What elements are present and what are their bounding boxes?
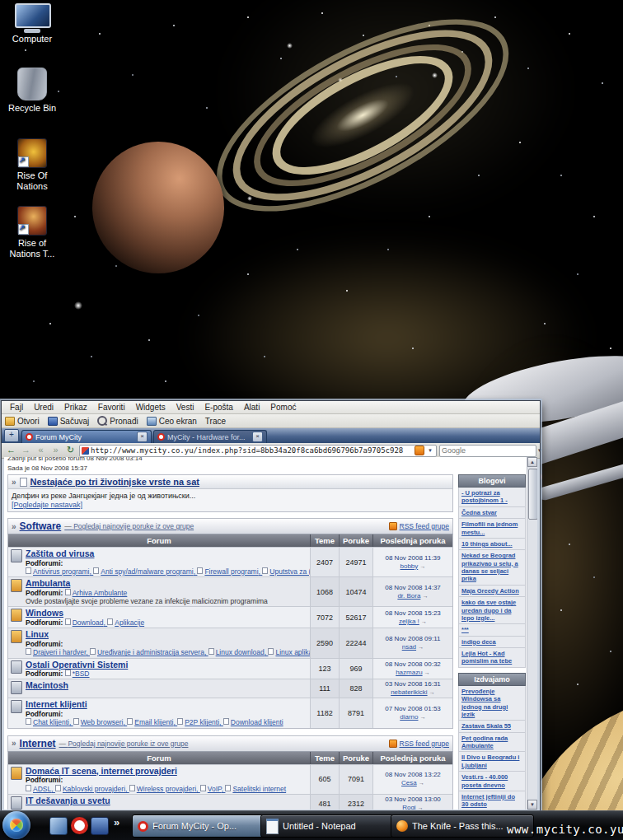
rss-feed-link[interactable]: RSS feed grupe (400, 740, 449, 748)
blog-link[interactable]: Maja Greedy Action (458, 586, 526, 597)
blog-link[interactable]: kako da sve ostaje uredan dugo i da lepo… (458, 597, 526, 624)
page-scrollbar[interactable]: ▲ ▼ (527, 457, 537, 810)
subforum-link[interactable]: Aplikacije (107, 618, 144, 627)
goto-post-icon[interactable]: → (429, 689, 435, 695)
reload-button[interactable]: ↻ (64, 445, 77, 456)
forum-link[interactable]: Macintosh (26, 680, 68, 690)
blog-link[interactable]: indigo deca (458, 637, 526, 648)
toolbar-trace-button[interactable]: Trace (205, 417, 226, 426)
last-post-user-link[interactable]: Cesa (401, 779, 417, 786)
blog-link[interactable]: *** (458, 624, 526, 636)
blog-link[interactable]: Lejla Hot - Kad pomislim na tebe (458, 648, 526, 668)
forum-link[interactable]: Ambulanta (26, 578, 70, 588)
featured-link[interactable]: Vesti.rs - 40.000 poseta dnevno (458, 772, 526, 791)
last-post-user-link[interactable]: diarno (400, 713, 418, 721)
desktop-icon-computer[interactable]: Computer (3, 3, 61, 44)
featured-link[interactable]: Internet jeftiniji do 30 odsto (458, 791, 526, 810)
subforum-link[interactable]: ADSL (26, 785, 55, 793)
desktop-icon-rise-of-nations[interactable]: Rise Of Nations (3, 138, 61, 192)
last-post-user-link[interactable]: zeljka ! (399, 618, 419, 625)
forum-link[interactable]: Linux (26, 629, 49, 639)
toolbar-save-button[interactable]: Sačuvaj (48, 417, 90, 426)
last-post-user-link[interactable]: dr. Bora (397, 592, 420, 600)
section-title-link[interactable]: Internet (20, 738, 56, 749)
fast-forward-button[interactable]: » (49, 445, 62, 456)
search-input[interactable] (442, 446, 538, 455)
tab-forum-mycity[interactable]: Forum MyCity × (21, 430, 152, 443)
url-dropdown-icon[interactable]: ▾ (426, 447, 434, 454)
subforum-link[interactable]: *BSD (65, 670, 90, 678)
news-title-link[interactable]: Nestajaće po tri životinjske vrste na sa… (30, 477, 199, 487)
toolbar-find-button[interactable]: Pronađi (97, 416, 138, 426)
blog-link[interactable]: Čedna stvar (458, 507, 526, 519)
blog-link[interactable]: Nekad se Beograd prikazivao u selu, a da… (458, 550, 526, 586)
goto-post-icon[interactable]: → (424, 670, 430, 675)
new-tab-button[interactable]: + (4, 429, 19, 442)
subforum-link[interactable]: Anti spy/ad/malware programi (93, 567, 197, 576)
tab-close-icon[interactable]: × (137, 432, 148, 442)
taskbar-button-opera[interactable]: Forum MyCity - Op... (132, 814, 265, 838)
subforum-link[interactable]: Antivirus programi (26, 567, 93, 576)
last-post-user-link[interactable]: nebaterikicki (391, 688, 427, 696)
view-latest-link[interactable]: Pogledaj najnovije poruke iz ove grupe (64, 522, 194, 530)
section-title-link[interactable]: Software (20, 520, 62, 532)
menu-eposta[interactable]: E-pošta (199, 403, 237, 412)
url-input[interactable] (91, 446, 413, 455)
blog-link[interactable]: - U potrazi za postojbinom 1 - (458, 488, 526, 507)
tab-close-icon[interactable]: × (252, 432, 263, 442)
goto-post-icon[interactable]: → (423, 593, 429, 599)
subforum-link[interactable]: Kablovski provajderi (55, 785, 129, 793)
news-more-link[interactable]: [Pogledajte nastavak] (12, 501, 82, 509)
forum-link[interactable]: Domaća IT scena, internet provajderi (26, 766, 177, 776)
toolbar-open-button[interactable]: Otvori (5, 417, 40, 426)
featured-link[interactable]: Zastava Skala 55 (458, 721, 526, 732)
featured-link[interactable]: Il Divo u Beogradu i Ljubljani (458, 752, 526, 772)
back-button[interactable]: ← (5, 445, 17, 456)
subforum-link[interactable]: Download (65, 618, 108, 627)
quicklaunch-desktop-icon[interactable] (49, 817, 68, 835)
blog-link[interactable]: 10 things about... (458, 539, 526, 550)
menu-widgets[interactable]: Widgets (131, 403, 171, 412)
rewind-button[interactable]: « (35, 445, 47, 456)
scrollbar-thumb[interactable] (528, 469, 537, 520)
subforum-link[interactable]: Uređivanje i administracija servera (90, 648, 208, 656)
last-post-user-link[interactable]: Rogi (402, 804, 415, 810)
rss-icon[interactable] (415, 446, 424, 455)
goto-post-icon[interactable]: → (420, 563, 426, 569)
last-post-user-link[interactable]: nsad (402, 643, 416, 651)
goto-post-icon[interactable]: → (420, 714, 426, 720)
goto-post-icon[interactable]: → (421, 618, 427, 624)
subforum-link[interactable]: Wireless provajderi (129, 785, 200, 793)
subforum-link[interactable]: Firewall programi (197, 567, 262, 576)
forum-link[interactable]: Internet klijenti (26, 699, 87, 709)
subforum-link[interactable]: Linux download (208, 648, 269, 656)
menu-prikaz[interactable]: Prikaz (59, 403, 92, 412)
subforum-link[interactable]: Chat klijenti (26, 718, 73, 726)
scroll-down-icon[interactable]: ▼ (527, 800, 537, 810)
tab-mycity-hardware[interactable]: MyCity - Hardware for... × (153, 430, 267, 443)
subforum-link[interactable]: Drajveri i hardver (26, 648, 90, 656)
forward-button[interactable]: → (20, 445, 32, 456)
start-button[interactable] (2, 811, 30, 839)
quicklaunch-floppy-icon[interactable] (91, 817, 109, 835)
blog-link[interactable]: Filmofili na jednom mestu... (458, 519, 526, 539)
goto-post-icon[interactable]: → (418, 644, 424, 650)
desktop-icon-recycle-bin[interactable]: Recycle Bin (3, 68, 61, 114)
menu-pomoc[interactable]: Pomoć (265, 403, 301, 412)
quicklaunch-overflow-chevron[interactable]: » (114, 816, 119, 828)
goto-post-icon[interactable]: → (418, 805, 424, 810)
menu-uredi[interactable]: Uredi (29, 403, 59, 412)
subforum-link[interactable]: Arhiva Ambulante (65, 589, 128, 597)
menu-favoriti[interactable]: Favoriti (93, 403, 130, 412)
scroll-up-icon[interactable]: ▲ (527, 457, 537, 467)
featured-link[interactable]: Pet godina rada Ambulante (458, 733, 526, 753)
menu-alati[interactable]: Alati (239, 403, 265, 412)
quicklaunch-opera-icon[interactable] (71, 817, 88, 834)
toolbar-fullscreen-button[interactable]: Ceo ekran (147, 417, 197, 426)
featured-link[interactable]: Prevođenje Windowsa sa jednog na drugi j… (458, 686, 526, 721)
menu-fajl[interactable]: Fajl (5, 403, 28, 412)
menu-vesti[interactable]: Vesti (171, 403, 199, 412)
subforum-link[interactable]: VoIP (200, 785, 226, 793)
view-latest-link[interactable]: Pogledaj najnovije poruke iz ove grupe (59, 740, 189, 748)
taskbar-button-notepad[interactable]: Untitled - Notepad (260, 814, 394, 838)
